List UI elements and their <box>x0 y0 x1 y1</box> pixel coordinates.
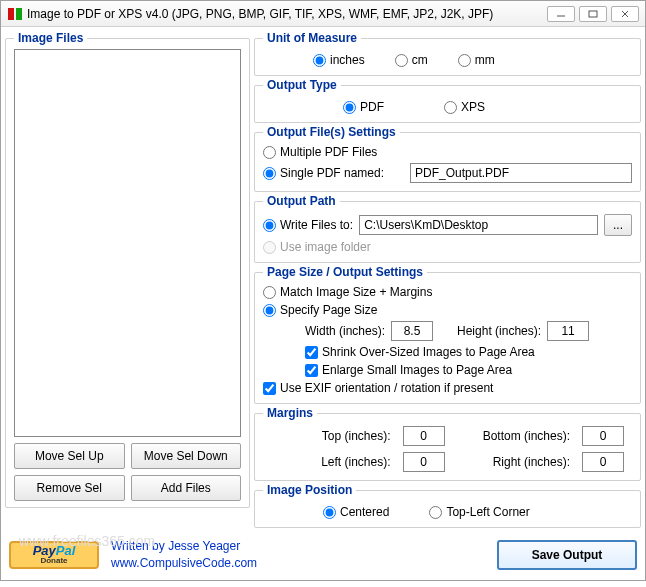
specify-page-radio[interactable]: Specify Page Size <box>263 303 377 317</box>
output-path-legend: Output Path <box>263 194 340 208</box>
image-files-legend: Image Files <box>14 31 87 45</box>
height-label: Height (inches): <box>457 324 541 338</box>
margin-right-input[interactable] <box>582 452 624 472</box>
margin-left-label: Left (inches): <box>303 455 391 469</box>
use-image-folder-radio: Use image folder <box>263 240 371 254</box>
margin-left-input[interactable] <box>403 452 445 472</box>
close-button[interactable] <box>611 6 639 22</box>
output-files-group: Output File(s) Settings Multiple PDF Fil… <box>254 125 641 192</box>
unit-group: Unit of Measure inches cm mm <box>254 31 641 76</box>
unit-legend: Unit of Measure <box>263 31 361 45</box>
margin-bottom-input[interactable] <box>582 426 624 446</box>
width-label: Width (inches): <box>305 324 385 338</box>
enlarge-checkbox[interactable]: Enlarge Small Images to Page Area <box>305 363 512 377</box>
margin-top-input[interactable] <box>403 426 445 446</box>
height-input[interactable] <box>547 321 589 341</box>
output-path-group: Output Path Write Files to: ... Use imag… <box>254 194 641 263</box>
unit-inches-radio[interactable]: inches <box>313 53 365 67</box>
paypal-donate-button[interactable]: PayPal Donate <box>9 541 99 569</box>
image-position-group: Image Position Centered Top-Left Corner <box>254 483 641 528</box>
exif-checkbox[interactable]: Use EXIF orientation / rotation if prese… <box>263 381 493 395</box>
margins-group: Margins Top (inches): Bottom (inches): L… <box>254 406 641 481</box>
output-xps-radio[interactable]: XPS <box>444 100 485 114</box>
centered-radio[interactable]: Centered <box>323 505 389 519</box>
single-pdf-filename-input[interactable] <box>410 163 632 183</box>
margin-bottom-label: Bottom (inches): <box>465 429 571 443</box>
window-title: Image to PDF or XPS v4.0 (JPG, PNG, BMP,… <box>27 7 547 21</box>
maximize-button[interactable] <box>579 6 607 22</box>
browse-button[interactable]: ... <box>604 214 632 236</box>
width-input[interactable] <box>391 321 433 341</box>
output-type-group: Output Type PDF XPS <box>254 78 641 123</box>
margin-right-label: Right (inches): <box>465 455 571 469</box>
image-files-list[interactable] <box>14 49 241 437</box>
single-pdf-radio[interactable]: Single PDF named: <box>263 166 384 180</box>
save-output-button[interactable]: Save Output <box>497 540 637 570</box>
credits: Written by Jesse Yeager www.CompulsiveCo… <box>111 538 257 572</box>
svg-rect-3 <box>589 11 597 17</box>
image-position-legend: Image Position <box>263 483 356 497</box>
margins-legend: Margins <box>263 406 317 420</box>
page-size-legend: Page Size / Output Settings <box>263 265 427 279</box>
svg-rect-0 <box>8 8 14 20</box>
written-by: Written by Jesse Yeager <box>111 538 257 555</box>
website-link[interactable]: www.CompulsiveCode.com <box>111 555 257 572</box>
multiple-pdf-radio[interactable]: Multiple PDF Files <box>263 145 377 159</box>
output-path-input[interactable] <box>359 215 598 235</box>
minimize-button[interactable] <box>547 6 575 22</box>
unit-mm-radio[interactable]: mm <box>458 53 495 67</box>
app-icon <box>7 6 23 22</box>
image-files-group: Image Files Move Sel Up Move Sel Down Re… <box>5 31 250 508</box>
topleft-radio[interactable]: Top-Left Corner <box>429 505 529 519</box>
margin-top-label: Top (inches): <box>303 429 391 443</box>
write-files-radio[interactable]: Write Files to: <box>263 218 353 232</box>
unit-cm-radio[interactable]: cm <box>395 53 428 67</box>
move-sel-up-button[interactable]: Move Sel Up <box>14 443 125 469</box>
output-pdf-radio[interactable]: PDF <box>343 100 384 114</box>
page-size-group: Page Size / Output Settings Match Image … <box>254 265 641 404</box>
add-files-button[interactable]: Add Files <box>131 475 242 501</box>
output-files-legend: Output File(s) Settings <box>263 125 400 139</box>
svg-rect-1 <box>16 8 22 20</box>
title-bar: Image to PDF or XPS v4.0 (JPG, PNG, BMP,… <box>1 1 645 27</box>
move-sel-down-button[interactable]: Move Sel Down <box>131 443 242 469</box>
shrink-checkbox[interactable]: Shrink Over-Sized Images to Page Area <box>305 345 535 359</box>
match-image-radio[interactable]: Match Image Size + Margins <box>263 285 432 299</box>
remove-sel-button[interactable]: Remove Sel <box>14 475 125 501</box>
output-type-legend: Output Type <box>263 78 341 92</box>
